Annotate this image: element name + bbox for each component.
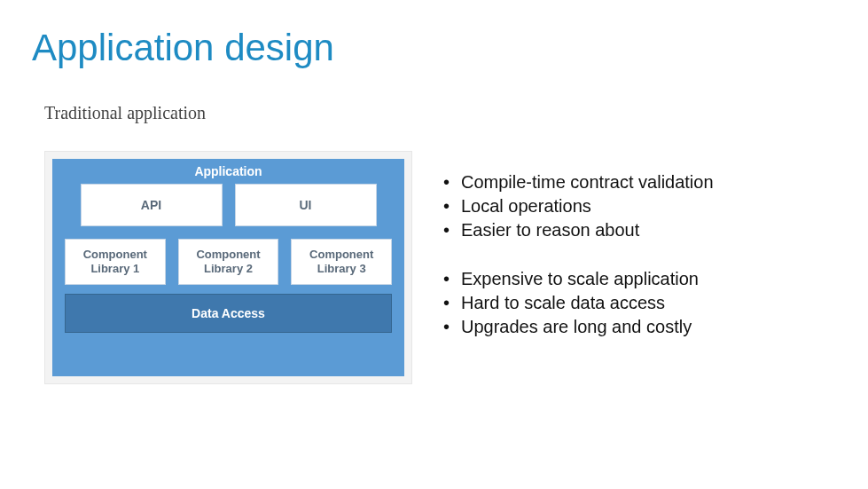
box-component-2: Component Library 2 (178, 239, 279, 285)
application-diagram: Application API UI Component Library 1 C… (52, 159, 404, 376)
list-item: Local operations (442, 194, 832, 218)
slide-subtitle: Traditional application (44, 103, 206, 123)
slide-title: Application design (32, 27, 334, 69)
list-item: Easier to reason about (442, 218, 832, 242)
bullet-section: Compile-time contract validation Local o… (442, 170, 832, 364)
diagram-header: Application (65, 162, 392, 184)
diagram-container: Application API UI Component Library 1 C… (44, 151, 412, 384)
box-data-access: Data Access (65, 294, 392, 333)
pros-list: Compile-time contract validation Local o… (442, 170, 832, 242)
diagram-row-mid: Component Library 1 Component Library 2 … (65, 239, 392, 285)
list-item: Hard to scale data access (442, 291, 832, 315)
diagram-row-bottom: Data Access (65, 294, 392, 333)
box-ui: UI (235, 184, 377, 226)
diagram-row-top: API UI (65, 184, 392, 226)
list-item: Upgrades are long and costly (442, 315, 832, 339)
list-item: Compile-time contract validation (442, 170, 832, 194)
box-api: API (81, 184, 223, 226)
box-component-1: Component Library 1 (65, 239, 166, 285)
list-item: Expensive to scale application (442, 267, 832, 291)
cons-list: Expensive to scale application Hard to s… (442, 267, 832, 339)
box-component-3: Component Library 3 (291, 239, 392, 285)
